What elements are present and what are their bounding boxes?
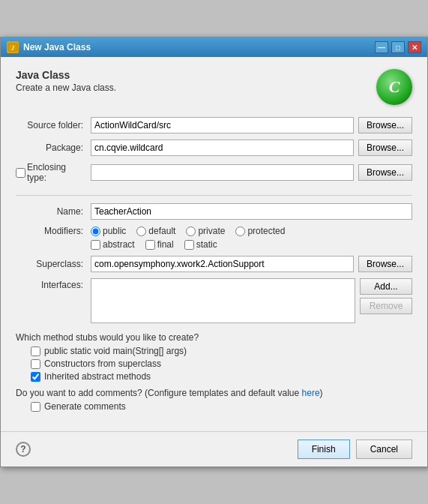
source-folder-row: Source folder: Browse... [16, 117, 412, 134]
modifier-default-radio[interactable] [136, 226, 146, 236]
help-button[interactable]: ? [16, 442, 31, 457]
comments-title-end: ) [320, 388, 323, 398]
eclipse-logo: C [376, 69, 412, 105]
inherited-checkbox[interactable] [31, 372, 40, 382]
enclosing-type-browse-button[interactable]: Browse... [358, 164, 412, 181]
modifiers-label: Modifiers: [16, 226, 91, 236]
constructors-option[interactable]: Constructors from superclass [31, 358, 412, 369]
main-method-option[interactable]: public static void main(String[] args) [31, 346, 412, 356]
enclosing-type-input[interactable] [91, 164, 354, 181]
inherited-label: Inherited abstract methods [44, 371, 151, 382]
modifier-check-group: abstract final static [91, 239, 412, 250]
superclass-browse-button[interactable]: Browse... [358, 256, 412, 272]
comments-here-link[interactable]: here [302, 388, 320, 398]
enclosing-type-label-area: Enclosing type: [16, 162, 91, 183]
modifier-public-option[interactable]: public [91, 226, 126, 236]
generate-comments-checkbox[interactable] [31, 402, 40, 412]
name-label: Name: [16, 206, 91, 217]
modifier-default-option[interactable]: default [136, 226, 175, 236]
static-checkbox[interactable] [184, 240, 194, 250]
window-title: New Java Class [23, 42, 91, 52]
comments-section: Do you want to add comments? (Configure … [16, 388, 412, 412]
package-row: Package: Browse... [16, 140, 412, 156]
modifier-protected-option[interactable]: protected [235, 226, 285, 236]
separator-1 [16, 195, 412, 196]
final-option[interactable]: final [145, 239, 174, 250]
comments-title-start: Do you want to add comments? (Configure … [16, 388, 302, 398]
source-folder-input[interactable] [91, 117, 354, 134]
stubs-title: Which method stubs would you like to cre… [16, 332, 412, 343]
source-folder-label: Source folder: [16, 120, 91, 130]
header-row: Java Class Create a new Java class. C [16, 69, 412, 105]
stubs-section: Which method stubs would you like to cre… [16, 332, 412, 382]
header-text: Java Class Create a new Java class. [16, 69, 376, 105]
modifier-default-label: default [148, 226, 175, 236]
interfaces-add-button[interactable]: Add... [360, 278, 412, 295]
superclass-label: Superclass: [16, 259, 91, 269]
package-browse-button[interactable]: Browse... [358, 140, 412, 156]
dialog-footer: ? Finish Cancel [1, 431, 427, 466]
title-controls: — □ ✕ [375, 41, 421, 53]
superclass-row: Superclass: Browse... [16, 256, 412, 272]
constructors-label: Constructors from superclass [44, 358, 161, 369]
interfaces-buttons: Add... Remove [360, 278, 412, 314]
enclosing-type-row: Enclosing type: Browse... [16, 162, 412, 183]
static-label: static [196, 239, 217, 250]
inherited-option[interactable]: Inherited abstract methods [31, 371, 412, 382]
window-icon: J [7, 41, 19, 53]
constructors-checkbox[interactable] [31, 359, 40, 369]
modifier-protected-radio[interactable] [235, 226, 245, 236]
finish-button[interactable]: Finish [298, 440, 350, 459]
new-java-class-dialog: J New Java Class — □ ✕ Java Class Create… [0, 37, 428, 467]
name-row: Name: [16, 203, 412, 220]
interfaces-remove-button[interactable]: Remove [360, 298, 412, 314]
static-option[interactable]: static [184, 239, 217, 250]
modifier-private-label: private [198, 226, 225, 236]
modifier-public-label: public [103, 226, 126, 236]
modifier-private-radio[interactable] [186, 226, 196, 236]
close-button[interactable]: ✕ [408, 41, 421, 53]
abstract-checkbox[interactable] [91, 240, 100, 250]
package-label: Package: [16, 142, 91, 153]
name-input[interactable] [91, 203, 412, 220]
abstract-label: abstract [103, 239, 135, 250]
superclass-input[interactable] [91, 256, 354, 272]
section-subtitle: Create a new Java class. [16, 82, 376, 93]
main-method-checkbox[interactable] [31, 346, 40, 356]
generate-comments-option[interactable]: Generate comments [31, 401, 412, 412]
modifier-private-option[interactable]: private [186, 226, 225, 236]
footer-buttons: Finish Cancel [298, 440, 412, 459]
final-label: final [157, 239, 174, 250]
modifier-protected-label: protected [247, 226, 285, 236]
interfaces-row: Interfaces: Add... Remove [16, 278, 412, 323]
final-checkbox[interactable] [145, 240, 155, 250]
modifier-radio-group: public default private protected [91, 226, 285, 236]
dialog-content: Java Class Create a new Java class. C So… [1, 57, 427, 431]
enclosing-type-checkbox[interactable] [16, 168, 25, 178]
enclosing-type-label: Enclosing type: [27, 162, 83, 183]
package-input[interactable] [91, 140, 354, 156]
title-bar: J New Java Class — □ ✕ [1, 38, 427, 57]
main-method-label: public static void main(String[] args) [44, 346, 187, 356]
interfaces-textarea[interactable] [91, 278, 355, 323]
section-title: Java Class [16, 69, 376, 81]
minimize-button[interactable]: — [375, 41, 388, 53]
generate-comments-label: Generate comments [44, 401, 126, 412]
interfaces-label: Interfaces: [16, 278, 91, 290]
cancel-button[interactable]: Cancel [356, 440, 412, 459]
title-bar-left: J New Java Class [7, 41, 91, 53]
abstract-option[interactable]: abstract [91, 239, 135, 250]
modifiers-row: Modifiers: public default private protec… [16, 226, 412, 236]
comments-title: Do you want to add comments? (Configure … [16, 388, 412, 398]
source-folder-browse-button[interactable]: Browse... [358, 117, 412, 134]
modifier-public-radio[interactable] [91, 226, 100, 236]
maximize-button[interactable]: □ [391, 41, 405, 53]
